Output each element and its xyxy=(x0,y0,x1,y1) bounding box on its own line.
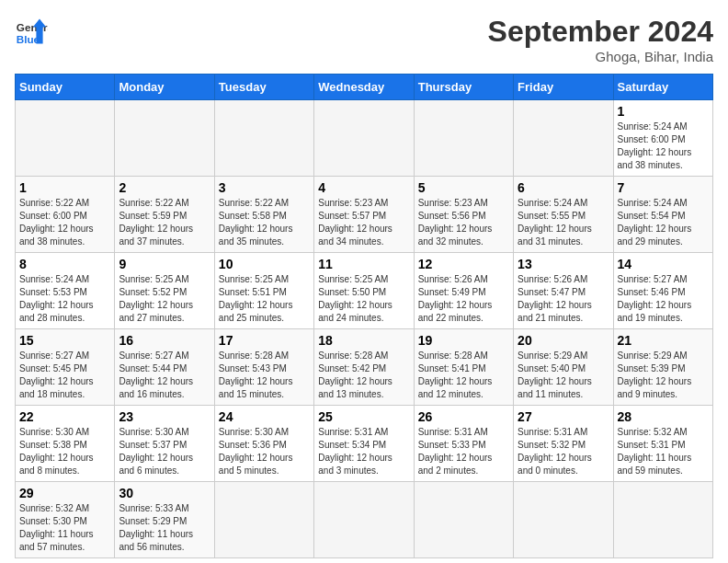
calendar-cell: 7Sunrise: 5:24 AM Sunset: 5:54 PM Daylig… xyxy=(613,177,712,253)
day-number: 27 xyxy=(518,409,609,424)
calendar-cell: 23Sunrise: 5:30 AM Sunset: 5:37 PM Dayli… xyxy=(115,406,214,482)
logo-icon: General Blue xyxy=(15,15,48,48)
header: General Blue September 2024 Ghoga, Bihar… xyxy=(15,15,713,64)
day-info: Sunrise: 5:24 AM Sunset: 5:54 PM Dayligh… xyxy=(618,197,709,248)
calendar-cell xyxy=(414,100,513,177)
calendar-cell: 27Sunrise: 5:31 AM Sunset: 5:32 PM Dayli… xyxy=(514,406,613,482)
day-number: 26 xyxy=(418,409,509,424)
week-row-1: 1Sunrise: 5:24 AM Sunset: 6:00 PM Daylig… xyxy=(16,100,713,177)
day-number: 16 xyxy=(119,333,210,348)
calendar-cell: 14Sunrise: 5:27 AM Sunset: 5:46 PM Dayli… xyxy=(613,253,712,329)
day-info: Sunrise: 5:33 AM Sunset: 5:29 PM Dayligh… xyxy=(119,502,210,554)
day-info: Sunrise: 5:31 AM Sunset: 5:34 PM Dayligh… xyxy=(318,426,409,477)
calendar-table: SundayMondayTuesdayWednesdayThursdayFrid… xyxy=(15,74,713,558)
calendar-cell xyxy=(16,100,115,177)
calendar-cell: 16Sunrise: 5:27 AM Sunset: 5:44 PM Dayli… xyxy=(115,329,214,406)
calendar-cell: 30Sunrise: 5:33 AM Sunset: 5:29 PM Dayli… xyxy=(115,482,214,558)
col-header-wednesday: Wednesday xyxy=(314,75,414,100)
day-info: Sunrise: 5:25 AM Sunset: 5:52 PM Dayligh… xyxy=(119,273,210,325)
title-area: September 2024 Ghoga, Bihar, India xyxy=(488,15,713,64)
week-row-3: 8Sunrise: 5:24 AM Sunset: 5:53 PM Daylig… xyxy=(16,253,713,329)
day-number: 22 xyxy=(19,409,110,424)
week-row-4: 15Sunrise: 5:27 AM Sunset: 5:45 PM Dayli… xyxy=(16,329,713,406)
calendar-cell: 15Sunrise: 5:27 AM Sunset: 5:45 PM Dayli… xyxy=(16,329,115,406)
day-number: 25 xyxy=(318,409,409,424)
day-number: 17 xyxy=(219,333,310,348)
day-number: 7 xyxy=(618,180,709,195)
calendar-cell: 17Sunrise: 5:28 AM Sunset: 5:43 PM Dayli… xyxy=(214,329,313,406)
col-header-saturday: Saturday xyxy=(613,75,712,100)
day-info: Sunrise: 5:23 AM Sunset: 5:57 PM Dayligh… xyxy=(318,197,409,248)
day-info: Sunrise: 5:26 AM Sunset: 5:47 PM Dayligh… xyxy=(518,273,609,325)
calendar-cell xyxy=(613,482,712,558)
col-header-thursday: Thursday xyxy=(414,75,513,100)
location-subtitle: Ghoga, Bihar, India xyxy=(488,49,713,64)
calendar-cell: 13Sunrise: 5:26 AM Sunset: 5:47 PM Dayli… xyxy=(514,253,613,329)
day-info: Sunrise: 5:30 AM Sunset: 5:37 PM Dayligh… xyxy=(119,426,210,477)
day-info: Sunrise: 5:30 AM Sunset: 5:38 PM Dayligh… xyxy=(19,426,110,477)
day-number: 23 xyxy=(119,409,210,424)
day-info: Sunrise: 5:27 AM Sunset: 5:46 PM Dayligh… xyxy=(618,273,709,325)
calendar-cell: 5Sunrise: 5:23 AM Sunset: 5:56 PM Daylig… xyxy=(414,177,513,253)
month-title: September 2024 xyxy=(488,15,713,49)
calendar-cell: 28Sunrise: 5:32 AM Sunset: 5:31 PM Dayli… xyxy=(613,406,712,482)
calendar-cell: 11Sunrise: 5:25 AM Sunset: 5:50 PM Dayli… xyxy=(314,253,414,329)
logo: General Blue xyxy=(15,15,48,48)
calendar-cell: 18Sunrise: 5:28 AM Sunset: 5:42 PM Dayli… xyxy=(314,329,414,406)
col-header-friday: Friday xyxy=(514,75,613,100)
day-number: 29 xyxy=(19,486,110,500)
week-row-6: 29Sunrise: 5:32 AM Sunset: 5:30 PM Dayli… xyxy=(16,482,713,558)
col-header-tuesday: Tuesday xyxy=(214,75,313,100)
day-info: Sunrise: 5:23 AM Sunset: 5:56 PM Dayligh… xyxy=(418,197,509,248)
calendar-cell xyxy=(514,482,613,558)
day-number: 1 xyxy=(618,104,709,119)
day-number: 20 xyxy=(518,333,609,348)
day-info: Sunrise: 5:22 AM Sunset: 5:59 PM Dayligh… xyxy=(119,197,210,248)
calendar-cell xyxy=(314,482,414,558)
calendar-cell: 10Sunrise: 5:25 AM Sunset: 5:51 PM Dayli… xyxy=(214,253,313,329)
calendar-cell: 4Sunrise: 5:23 AM Sunset: 5:57 PM Daylig… xyxy=(314,177,414,253)
day-info: Sunrise: 5:24 AM Sunset: 5:53 PM Dayligh… xyxy=(19,273,110,325)
calendar-header: SundayMondayTuesdayWednesdayThursdayFrid… xyxy=(16,75,713,100)
day-info: Sunrise: 5:28 AM Sunset: 5:42 PM Dayligh… xyxy=(318,350,409,401)
day-number: 8 xyxy=(19,257,110,271)
calendar-cell: 19Sunrise: 5:28 AM Sunset: 5:41 PM Dayli… xyxy=(414,329,513,406)
day-number: 15 xyxy=(19,333,110,348)
calendar-cell: 3Sunrise: 5:22 AM Sunset: 5:58 PM Daylig… xyxy=(214,177,313,253)
day-info: Sunrise: 5:27 AM Sunset: 5:44 PM Dayligh… xyxy=(119,350,210,401)
day-info: Sunrise: 5:24 AM Sunset: 6:00 PM Dayligh… xyxy=(618,121,709,172)
day-info: Sunrise: 5:24 AM Sunset: 5:55 PM Dayligh… xyxy=(518,197,609,248)
calendar-cell xyxy=(514,100,613,177)
day-info: Sunrise: 5:29 AM Sunset: 5:40 PM Dayligh… xyxy=(518,350,609,401)
day-info: Sunrise: 5:28 AM Sunset: 5:43 PM Dayligh… xyxy=(219,350,310,401)
calendar-cell xyxy=(314,100,414,177)
calendar-cell: 8Sunrise: 5:24 AM Sunset: 5:53 PM Daylig… xyxy=(16,253,115,329)
calendar-cell xyxy=(214,100,313,177)
day-number: 9 xyxy=(119,257,210,271)
day-number: 10 xyxy=(219,257,310,271)
calendar-cell: 20Sunrise: 5:29 AM Sunset: 5:40 PM Dayli… xyxy=(514,329,613,406)
day-number: 13 xyxy=(518,257,609,271)
day-number: 5 xyxy=(418,180,509,195)
day-number: 6 xyxy=(518,180,609,195)
calendar-cell xyxy=(214,482,313,558)
calendar-cell xyxy=(115,100,214,177)
col-header-monday: Monday xyxy=(115,75,214,100)
day-number: 1 xyxy=(19,180,110,195)
day-number: 19 xyxy=(418,333,509,348)
calendar-cell: 25Sunrise: 5:31 AM Sunset: 5:34 PM Dayli… xyxy=(314,406,414,482)
calendar-cell: 24Sunrise: 5:30 AM Sunset: 5:36 PM Dayli… xyxy=(214,406,313,482)
calendar-cell xyxy=(414,482,513,558)
day-info: Sunrise: 5:29 AM Sunset: 5:39 PM Dayligh… xyxy=(618,350,709,401)
day-info: Sunrise: 5:25 AM Sunset: 5:51 PM Dayligh… xyxy=(219,273,310,325)
day-info: Sunrise: 5:22 AM Sunset: 5:58 PM Dayligh… xyxy=(219,197,310,248)
day-info: Sunrise: 5:31 AM Sunset: 5:33 PM Dayligh… xyxy=(418,426,509,477)
day-number: 4 xyxy=(318,180,409,195)
day-info: Sunrise: 5:31 AM Sunset: 5:32 PM Dayligh… xyxy=(518,426,609,477)
day-info: Sunrise: 5:30 AM Sunset: 5:36 PM Dayligh… xyxy=(219,426,310,477)
calendar-cell: 12Sunrise: 5:26 AM Sunset: 5:49 PM Dayli… xyxy=(414,253,513,329)
calendar-cell: 29Sunrise: 5:32 AM Sunset: 5:30 PM Dayli… xyxy=(16,482,115,558)
day-info: Sunrise: 5:32 AM Sunset: 5:31 PM Dayligh… xyxy=(618,426,709,477)
calendar-cell: 1Sunrise: 5:22 AM Sunset: 6:00 PM Daylig… xyxy=(16,177,115,253)
calendar-cell: 26Sunrise: 5:31 AM Sunset: 5:33 PM Dayli… xyxy=(414,406,513,482)
